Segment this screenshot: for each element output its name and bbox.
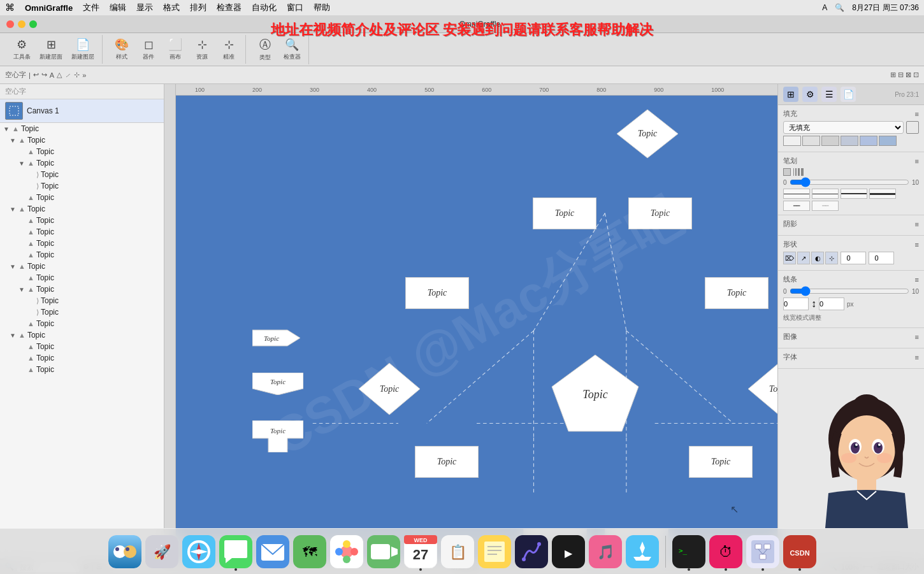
toolbar-stencils[interactable]: ◻ 器件 — [136, 35, 161, 64]
panel-fill-select[interactable]: 无填充 纯色 — [783, 121, 904, 134]
stroke-style-1[interactable] — [783, 136, 801, 146]
tree-item-1[interactable]: ▼ ▲ Topic — [0, 134, 164, 146]
shape-opt-1[interactable]: ⌦ — [783, 252, 796, 264]
shape-arrow-left3[interactable]: Topic — [252, 420, 303, 452]
menu-inspector[interactable]: 检查器 — [217, 2, 242, 13]
toolbar-tool[interactable]: ⚙ 工具条 — [9, 35, 34, 64]
shape-opt-2[interactable]: ↗ — [797, 252, 810, 264]
tree-item-16[interactable]: ⟩ Topic — [0, 306, 164, 318]
line-value-1[interactable] — [783, 298, 809, 310]
minimize-button[interactable] — [18, 20, 25, 28]
dock-facetime[interactable] — [367, 535, 400, 568]
panel-icon-settings[interactable]: ⚙ — [802, 87, 818, 102]
menu-help[interactable]: 帮助 — [314, 2, 330, 13]
shape-rect-bottomright[interactable]: Topic — [689, 446, 753, 478]
tree-item-3[interactable]: ▼ ▲ Topic — [0, 157, 164, 169]
tree-item-19[interactable]: ▲ Topic — [0, 341, 164, 352]
dock-omnigraffle[interactable] — [746, 535, 779, 568]
panel-font-expand[interactable]: ≡ — [915, 354, 919, 361]
shape-value-input2[interactable] — [869, 252, 894, 264]
shape-rect-midright[interactable]: Topic — [705, 277, 769, 309]
line-size-slider[interactable] — [790, 287, 909, 296]
format-bar-redo[interactable]: ↪ — [41, 71, 47, 79]
line-value-2[interactable] — [819, 298, 844, 310]
shape-rect-midleft[interactable]: Topic — [405, 277, 469, 309]
dock-freeform[interactable] — [515, 535, 548, 568]
dock-messages[interactable] — [219, 535, 252, 568]
shape-opt-3[interactable]: ◐ — [811, 252, 824, 264]
menu-view[interactable]: 显示 — [136, 2, 153, 13]
tree-item-9[interactable]: ▲ Topic — [0, 226, 164, 238]
stroke-line-1[interactable] — [783, 189, 810, 199]
toolbar-style[interactable]: 🎨 样式 — [109, 35, 134, 64]
panel-line-expand[interactable]: ≡ — [915, 276, 919, 283]
dock-calendar[interactable]: WED 27 — [404, 535, 437, 568]
stroke-size-slider[interactable] — [790, 178, 909, 187]
dock-maps[interactable]: 🗺 — [293, 535, 326, 568]
stroke-style-4[interactable] — [841, 136, 858, 146]
panel-shape-expand[interactable]: ≡ — [915, 241, 919, 248]
dock-mail[interactable] — [256, 535, 289, 568]
tree-item-8[interactable]: ▲ Topic — [0, 215, 164, 226]
stroke-line-3[interactable] — [841, 189, 867, 199]
menubar-search-icon[interactable]: 🔍 — [835, 3, 844, 12]
format-bar-shape[interactable]: △ — [57, 71, 62, 79]
menu-file[interactable]: 文件 — [83, 2, 99, 13]
panel-stroke-expand[interactable]: ≡ — [915, 157, 919, 165]
apple-menu[interactable]: ⌘ — [5, 2, 15, 13]
stroke-style-5[interactable] — [860, 136, 877, 146]
stroke-style-3[interactable] — [821, 136, 839, 146]
dock-photos[interactable] — [330, 535, 363, 568]
tree-item-4[interactable]: ⟩ Topic — [0, 169, 164, 180]
tree-item-15[interactable]: ⟩ Topic — [0, 295, 164, 306]
dock-reminders[interactable]: 📋 — [441, 535, 474, 568]
tree-item-13[interactable]: ▲ Topic — [0, 272, 164, 283]
panel-icon-canvas[interactable]: ⊞ — [783, 87, 798, 102]
stroke-line-5[interactable]: ━━ — [783, 201, 810, 211]
tree-item-14[interactable]: ▼ ▲ Topic — [0, 283, 164, 295]
stroke-line-6[interactable]: ┄┄ — [812, 201, 839, 211]
tree-item-6[interactable]: ▲ Topic — [0, 192, 164, 203]
shape-rect-topright[interactable]: Topic — [628, 197, 692, 229]
shape-pentagon-center[interactable]: Topic — [551, 354, 640, 433]
shape-arrow-left2[interactable]: Topic — [252, 373, 303, 395]
format-bar-connect[interactable]: ⊹ — [74, 71, 80, 79]
panel-fill-color[interactable] — [906, 121, 919, 134]
dock-finder[interactable] — [108, 535, 141, 568]
dock-music[interactable]: 🎵 — [589, 535, 622, 568]
tree-item-2[interactable]: ▲ Topic — [0, 146, 164, 157]
tree-item-12[interactable]: ▼ ▲ Topic — [0, 261, 164, 272]
shape-diamond-right[interactable]: Topic — [747, 362, 777, 416]
shape-rect-bottomleft[interactable]: Topic — [415, 446, 479, 478]
tree-item-21[interactable]: ▲ Topic — [0, 364, 164, 375]
tree-item-11[interactable]: ▲ Topic — [0, 249, 164, 261]
shape-value-input[interactable] — [841, 252, 866, 264]
tree-item-20[interactable]: ▲ Topic — [0, 352, 164, 364]
tree-item-0[interactable]: ▼ ▲ Topic — [0, 123, 164, 134]
dock-notes[interactable] — [478, 535, 511, 568]
tree-item-17[interactable]: ▲ Topic — [0, 318, 164, 329]
dock-klokki[interactable]: ⏱ — [709, 535, 742, 568]
stroke-line-4[interactable] — [869, 189, 896, 199]
panel-icon-view[interactable]: ☰ — [821, 87, 837, 102]
tree-item-7[interactable]: ▼ ▲ Topic — [0, 203, 164, 215]
menu-edit[interactable]: 编辑 — [110, 2, 126, 13]
menu-format[interactable]: 格式 — [163, 2, 180, 13]
canvas-item[interactable]: Canvas 1 — [0, 99, 164, 123]
menu-arrange[interactable]: 排列 — [190, 2, 206, 13]
stroke-color-1[interactable] — [783, 168, 791, 176]
format-bar-more[interactable]: » — [82, 71, 86, 79]
shape-diamond-left[interactable]: Topic — [357, 362, 421, 416]
format-bar-line[interactable]: ⟋ — [64, 71, 71, 79]
toolbar-new-page[interactable]: 📄 新建图层 — [68, 35, 98, 64]
panel-image-expand[interactable]: ≡ — [915, 333, 919, 341]
shape-top-diamond[interactable]: Topic — [616, 108, 679, 159]
menu-window[interactable]: 窗口 — [287, 2, 303, 13]
dock-appletv[interactable]: ▶ — [552, 535, 585, 568]
shape-arrow-left1[interactable]: Topic — [252, 327, 303, 349]
format-bar-text[interactable]: A — [50, 71, 54, 79]
toolbar-resources[interactable]: ⊹ 资源 — [189, 35, 215, 64]
toolbar-canvas[interactable]: ⬜ 画布 — [162, 35, 188, 64]
stroke-line-2[interactable] — [812, 189, 839, 199]
stroke-style-2[interactable] — [802, 136, 820, 146]
